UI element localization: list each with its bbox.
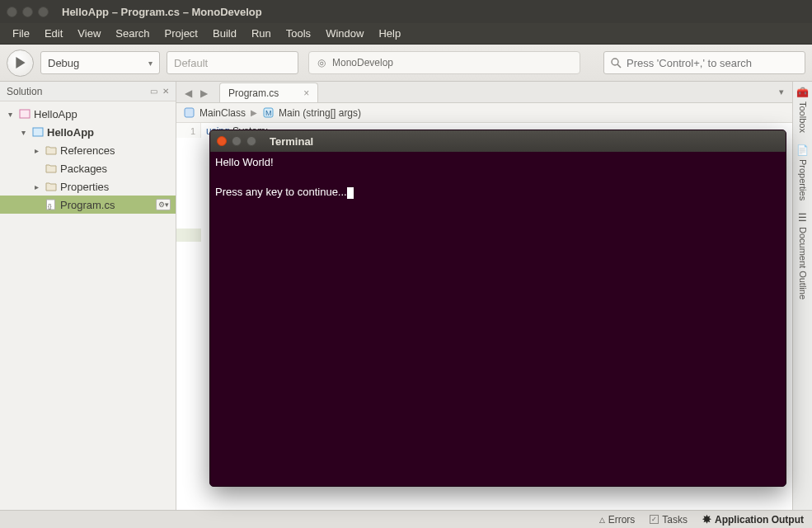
checkbox-icon: ✓ <box>650 515 659 524</box>
terminal-body[interactable]: Hello World! Press any key to continue..… <box>210 152 786 203</box>
tree-row[interactable]: ▾HelloApp <box>0 123 176 141</box>
terminal-close-icon[interactable] <box>217 136 227 146</box>
nav-back-icon[interactable]: ◀ <box>181 87 195 99</box>
tree-label: References <box>60 144 115 157</box>
menu-tools[interactable]: Tools <box>279 25 318 42</box>
menu-edit[interactable]: Edit <box>37 25 70 42</box>
breadcrumb-method[interactable]: Main (string[] args) <box>279 107 361 119</box>
global-search-input[interactable] <box>627 57 798 69</box>
current-line-marker <box>176 229 201 242</box>
side-tab-label: Properties <box>798 159 808 200</box>
twisty-icon[interactable]: ▸ <box>31 182 41 191</box>
status-pill-text: MonoDevelop <box>332 57 393 68</box>
twisty-icon[interactable]: ▾ <box>5 110 15 119</box>
method-icon: M <box>262 107 274 119</box>
solution-title: Solution <box>7 86 42 97</box>
status-application-output[interactable]: ✸ Application Output <box>702 513 804 526</box>
editor-tabstrip: ◀ ▶ Program.cs × ▾ <box>176 82 792 103</box>
tree-row[interactable]: ▸Properties <box>0 177 176 196</box>
side-tab-properties[interactable]: 📄 Properties <box>796 144 809 200</box>
platform-select-label: Default <box>174 57 208 69</box>
menu-build[interactable]: Build <box>205 25 244 42</box>
solution-icon <box>18 108 31 120</box>
folder-icon <box>45 181 57 193</box>
item-options-icon[interactable]: ⚙▾ <box>156 199 171 210</box>
twisty-icon[interactable]: ▾ <box>18 128 28 137</box>
csfile-icon: {} <box>45 199 57 211</box>
side-tab-label: Toolbox <box>798 101 808 133</box>
menu-help[interactable]: Help <box>371 25 408 42</box>
terminal-maximize-icon[interactable] <box>246 136 256 146</box>
tab-label: Program.cs <box>228 87 279 99</box>
tree-label: Packages <box>60 163 107 175</box>
window-maximize-icon[interactable] <box>38 7 49 17</box>
project-icon <box>31 126 44 139</box>
tab-overflow-icon[interactable]: ▾ <box>779 87 784 97</box>
svg-point-1 <box>612 59 618 65</box>
terminal-line: Press any key to continue... <box>215 186 347 198</box>
terminal-window[interactable]: Terminal Hello World! Press any key to c… <box>209 130 786 487</box>
side-tab-toolbox[interactable]: 🧰 Toolbox <box>796 87 809 133</box>
tree-row[interactable]: ▸References <box>0 141 176 159</box>
menu-view[interactable]: View <box>70 25 108 42</box>
window-titlebar: HelloApp – Program.cs – MonoDevelop <box>0 0 812 23</box>
window-minimize-icon[interactable] <box>22 7 33 17</box>
status-errors-label: Errors <box>608 514 636 526</box>
solution-collapse-icon[interactable]: ▭ <box>150 87 157 96</box>
global-search[interactable] <box>603 51 805 74</box>
tree-row[interactable]: Packages <box>0 159 176 177</box>
terminal-title: Terminal <box>270 135 313 148</box>
svg-marker-0 <box>16 57 25 68</box>
tree-row[interactable]: ▾HelloApp <box>0 105 176 123</box>
chevron-down-icon: ▾ <box>148 59 153 68</box>
menu-window[interactable]: Window <box>318 25 371 42</box>
svg-rect-4 <box>33 128 43 136</box>
line-number: 1 <box>176 125 200 138</box>
menu-file[interactable]: File <box>5 25 37 42</box>
twisty-icon[interactable]: ▸ <box>31 146 41 155</box>
tab-program-cs[interactable]: Program.cs × <box>219 82 318 102</box>
class-icon <box>183 107 195 119</box>
config-select-label: Debug <box>48 57 79 69</box>
menubar: File Edit View Search Project Build Run … <box>0 23 812 45</box>
play-icon <box>15 57 26 68</box>
svg-line-2 <box>617 64 621 68</box>
toolbar: Debug ▾ Default ◎ MonoDevelop <box>0 45 812 82</box>
side-tab-label: Document Outline <box>798 227 808 299</box>
platform-select[interactable]: Default <box>167 51 298 74</box>
window-close-icon[interactable] <box>7 7 17 17</box>
run-button[interactable] <box>7 50 34 77</box>
menu-run[interactable]: Run <box>244 25 279 42</box>
toolbox-icon: 🧰 <box>796 87 809 98</box>
status-tasks[interactable]: ✓ Tasks <box>650 514 688 526</box>
solution-tree[interactable]: ▾HelloApp▾HelloApp▸ReferencesPackages▸Pr… <box>0 101 176 217</box>
svg-rect-7 <box>185 108 194 117</box>
status-tasks-label: Tasks <box>662 514 688 526</box>
status-output-label: Application Output <box>715 514 804 526</box>
right-side-tabs: 🧰 Toolbox 📄 Properties ☰ Document Outlin… <box>792 82 812 510</box>
status-errors[interactable]: △ Errors <box>599 514 636 526</box>
warning-icon: △ <box>599 516 605 524</box>
config-select[interactable]: Debug ▾ <box>40 51 160 74</box>
tree-label: HelloApp <box>47 126 94 139</box>
solution-panel: Solution ▭ ✕ ▾HelloApp▾HelloApp▸Referenc… <box>0 82 176 510</box>
terminal-titlebar[interactable]: Terminal <box>210 130 786 152</box>
search-icon <box>611 58 622 68</box>
gear-icon: ✸ <box>702 513 711 526</box>
menu-project[interactable]: Project <box>157 25 205 42</box>
statusbar: △ Errors ✓ Tasks ✸ Application Output <box>0 510 812 528</box>
side-tab-document-outline[interactable]: ☰ Document Outline <box>798 212 808 299</box>
nav-forward-icon[interactable]: ▶ <box>197 87 211 99</box>
tab-close-icon[interactable]: × <box>303 87 309 99</box>
breadcrumb-class[interactable]: MainClass <box>199 107 246 119</box>
window-title: HelloApp – Program.cs – MonoDevelop <box>62 6 262 18</box>
terminal-minimize-icon[interactable] <box>232 136 242 146</box>
breadcrumb: MainClass ▶ M Main (string[] args) <box>176 103 792 123</box>
menu-search[interactable]: Search <box>108 25 157 42</box>
tree-label: Program.cs <box>60 199 115 211</box>
svg-rect-3 <box>20 110 30 118</box>
tree-row[interactable]: {}Program.cs⚙▾ <box>0 196 176 214</box>
tree-label: HelloApp <box>34 108 77 120</box>
solution-close-icon[interactable]: ✕ <box>162 87 169 96</box>
status-pill: ◎ MonoDevelop <box>308 51 580 74</box>
